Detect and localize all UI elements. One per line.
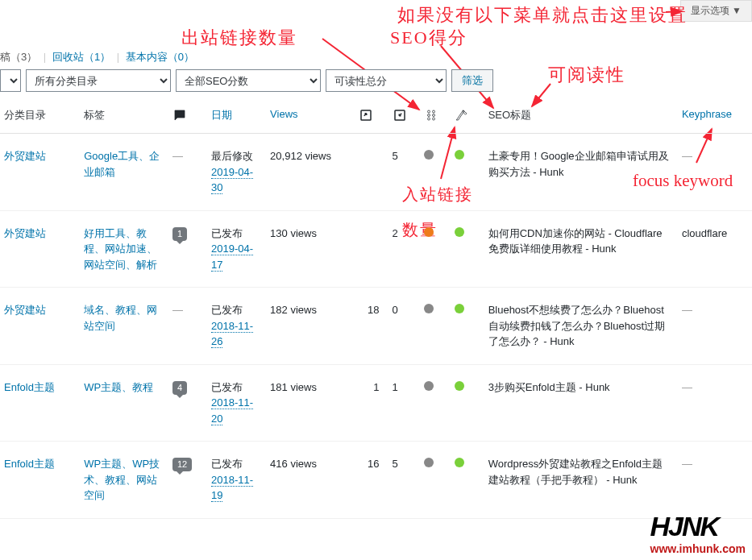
views-cell: 130 views [265, 210, 354, 288]
date-cell: 已发布2018-11-26 [206, 288, 265, 365]
inbound-cell: 0 [388, 288, 420, 365]
views-cell: 20,912 views [265, 134, 354, 211]
watermark: HJNK www.imhunk.com [650, 511, 746, 555]
keyphrase-cell: — [677, 134, 752, 211]
cat-link[interactable]: Enfold主题 [4, 381, 55, 393]
table-row: Enfold主题WP主题、教程4已发布2018-11-20181 views11… [0, 364, 752, 442]
title-cell: Bluehost不想续费了怎么办？Bluehost自动续费扣钱了怎么办？Blue… [484, 288, 677, 365]
views-cell: 416 views [265, 442, 354, 519]
col-views[interactable]: Views [265, 100, 354, 134]
title-cell: Wordpress外贸建站教程之Enfold主题建站教程（手把手教程） - Hu… [484, 442, 677, 519]
keyphrase-cell: cloudflare [677, 210, 752, 288]
read-cell [450, 364, 484, 442]
table-row: 外贸建站Google工具、企业邮箱—最后修改2019-04-3020,912 v… [0, 134, 752, 211]
outbound-cell: 18 [354, 288, 388, 365]
tag-link[interactable]: WP主题、WP技术、教程、网站空间 [84, 458, 160, 501]
outbound-cell: 16 [354, 442, 388, 519]
views-cell: 182 views [265, 288, 354, 365]
svg-point-10 [428, 114, 430, 117]
seo-score-filter[interactable]: 全部SEO分数 [176, 69, 321, 92]
tag-link[interactable]: 好用工具、教程、网站加速、网站空间、解析 [84, 227, 157, 271]
category-filter[interactable]: 所有分类目录 [26, 69, 171, 92]
inbound-cell: 5 [388, 134, 420, 211]
outbound-cell: 1 [354, 364, 388, 442]
cat-link[interactable]: 外贸建站 [4, 227, 46, 239]
comments-cell[interactable]: — [168, 134, 206, 211]
comments-cell[interactable]: — [168, 288, 206, 365]
table-row: 外贸建站域名、教程、网站空间—已发布2018-11-26182 views180… [0, 288, 752, 365]
annotation-top: 如果没有以下菜单就点击这里设置 [397, 3, 688, 27]
svg-point-11 [433, 114, 435, 117]
score-cell [419, 364, 450, 442]
tag-link[interactable]: 域名、教程、网站空间 [84, 304, 157, 332]
col-comments[interactable] [168, 100, 206, 134]
comments-cell[interactable]: 1 [168, 210, 206, 288]
col-seotitle[interactable]: SEO标题 [484, 100, 677, 134]
filter-button[interactable]: 筛选 [451, 69, 493, 92]
col-inbound-icon[interactable] [388, 100, 420, 134]
subsub-cornerstone[interactable]: 基本内容（0） [126, 51, 194, 63]
score-cell [419, 442, 450, 519]
score-cell [419, 134, 450, 211]
read-cell [450, 288, 484, 365]
inbound-cell: 1 [388, 364, 420, 442]
subsub-nav: 稿（3） | 回收站（1） | 基本内容（0） [0, 50, 194, 64]
svg-point-13 [433, 118, 435, 120]
score-cell [419, 210, 450, 288]
cat-link[interactable]: 外贸建站 [4, 304, 46, 316]
screen-options-toggle[interactable]: 显示选项 ▼ [680, 0, 752, 22]
date-cell: 已发布2018-11-19 [206, 442, 265, 519]
views-cell: 181 views [265, 364, 354, 442]
tag-link[interactable]: WP主题、教程 [84, 381, 153, 393]
title-cell: 土豪专用！Google企业邮箱申请试用及购买方法 - Hunk [484, 134, 677, 211]
posts-table: 分类目录 标签 日期 Views SEO标题 Keyphrase 外贸建站Goo… [0, 100, 752, 519]
date-cell: 最后修改2019-04-30 [206, 134, 265, 211]
inbound-cell: 5 [388, 442, 420, 519]
col-seoscore-icon[interactable] [419, 100, 450, 134]
read-cell [450, 442, 484, 519]
title-cell: 3步购买Enfold主题 - Hunk [484, 364, 677, 442]
bulk-select-stub[interactable] [0, 69, 21, 92]
svg-point-9 [433, 110, 435, 113]
comments-cell[interactable]: 4 [168, 364, 206, 442]
date-cell: 已发布2018-11-20 [206, 364, 265, 442]
title-cell: 如何用CDN加速你的网站 - Cloudflare免费版详细使用教程 - Hun… [484, 210, 677, 288]
keyphrase-cell: — [677, 364, 752, 442]
score-cell [419, 288, 450, 365]
outbound-cell [354, 134, 388, 211]
col-keyphrase[interactable]: Keyphrase [677, 100, 752, 134]
outbound-cell [354, 210, 388, 288]
readability-filter[interactable]: 可读性总分 [326, 69, 447, 92]
comments-cell[interactable]: 12 [168, 442, 206, 519]
annotation-outbound: 出站链接数量 [181, 26, 297, 50]
svg-point-8 [428, 110, 430, 113]
col-date[interactable]: 日期 [206, 100, 265, 134]
tag-link[interactable]: Google工具、企业邮箱 [84, 150, 160, 178]
subsub-draft[interactable]: 稿（3） [0, 51, 37, 63]
filter-bar: 所有分类目录 全部SEO分数 可读性总分 筛选 [0, 69, 493, 92]
read-cell [450, 134, 484, 211]
annotation-seoscore: SEO得分 [390, 26, 467, 50]
date-cell: 已发布2019-04-17 [206, 210, 265, 288]
col-readability-icon[interactable] [450, 100, 484, 134]
annotation-readability: 可阅读性 [548, 63, 625, 87]
col-outbound-icon[interactable] [354, 100, 388, 134]
svg-point-12 [428, 118, 430, 120]
subsub-recycle[interactable]: 回收站（1） [52, 51, 110, 63]
col-tags[interactable]: 标签 [79, 100, 168, 134]
cat-link[interactable]: 外贸建站 [4, 150, 46, 162]
cat-link[interactable]: Enfold主题 [4, 458, 55, 470]
keyphrase-cell: — [677, 442, 752, 519]
col-category[interactable]: 分类目录 [0, 100, 79, 134]
inbound-cell: 2 [388, 210, 420, 288]
table-row: 外贸建站好用工具、教程、网站加速、网站空间、解析1已发布2019-04-1713… [0, 210, 752, 288]
read-cell [450, 210, 484, 288]
table-row: Enfold主题WP主题、WP技术、教程、网站空间12已发布2018-11-19… [0, 442, 752, 519]
keyphrase-cell: — [677, 288, 752, 365]
